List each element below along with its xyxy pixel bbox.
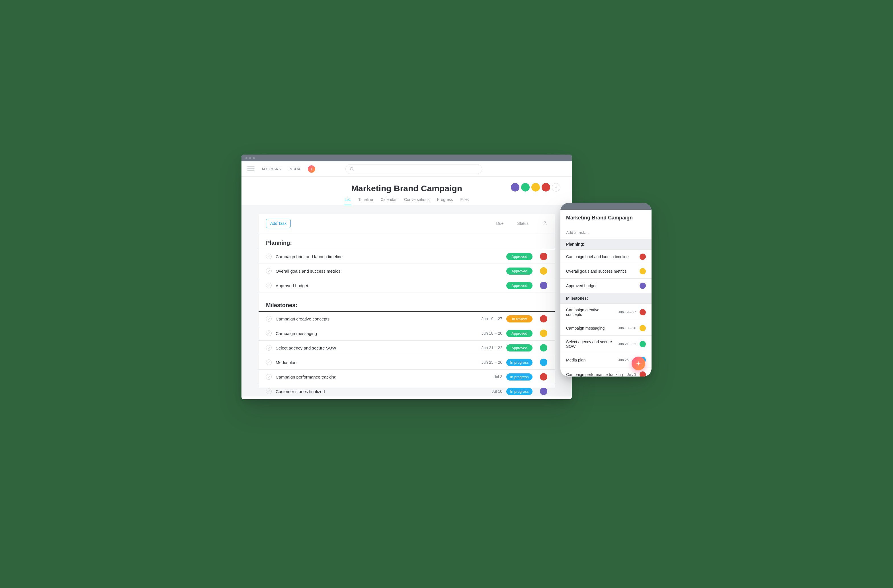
complete-checkbox[interactable] — [266, 330, 272, 336]
mobile-section-title: Milestones: — [561, 293, 651, 304]
complete-checkbox[interactable] — [266, 388, 272, 394]
mobile-task-row[interactable]: Select agency and secure SOWJun 21 – 22 — [561, 336, 651, 353]
mobile-assignee-avatar[interactable] — [640, 309, 646, 315]
tab-timeline[interactable]: Timeline — [358, 197, 374, 205]
task-row[interactable]: Approved budgetApproved — [259, 278, 555, 293]
mobile-assignee-avatar[interactable] — [640, 325, 646, 331]
assignee-avatar[interactable] — [540, 267, 547, 274]
person-icon — [542, 220, 547, 226]
task-row[interactable]: Customer stories finalizedJul 10In progr… — [259, 384, 555, 396]
add-task-button[interactable]: Add Task — [266, 219, 291, 228]
complete-checkbox[interactable] — [266, 374, 272, 380]
mobile-task-row[interactable]: Campaign brief and launch timeline — [561, 250, 651, 264]
task-list-card: Add Task Due Status Planning:Campaign br… — [259, 214, 555, 388]
tab-progress[interactable]: Progress — [436, 197, 453, 205]
task-status: Approved — [506, 344, 532, 351]
mobile-device: Marketing Brand Campaign Add a task… Pla… — [561, 203, 651, 376]
complete-checkbox[interactable] — [266, 283, 272, 288]
mobile-task-name: Select agency and secure SOW — [566, 339, 615, 349]
member-avatar[interactable] — [511, 183, 519, 192]
mobile-task-row[interactable]: Campaign messagingJun 18 – 20 — [561, 321, 651, 336]
mobile-task-due: Jun 19 – 27 — [618, 310, 636, 314]
col-assignee-icon — [542, 220, 547, 226]
task-row[interactable]: Overall goals and success metricsApprove… — [259, 264, 555, 278]
tab-list[interactable]: List — [344, 197, 352, 205]
col-due: Due — [496, 221, 504, 226]
mobile-add-task[interactable]: Add a task… — [561, 226, 651, 239]
task-row[interactable]: Campaign brief and launch timelineApprov… — [259, 249, 555, 264]
section-title: Planning: — [259, 233, 555, 249]
assignee-avatar[interactable] — [540, 282, 547, 289]
assignee-avatar[interactable] — [540, 330, 547, 337]
add-member-button[interactable] — [552, 183, 561, 192]
complete-checkbox[interactable] — [266, 254, 272, 259]
mobile-task-row[interactable]: Campaign creative conceptsJun 19 – 27 — [561, 304, 651, 321]
desktop-window: MY TASKS INBOX Marketing Brand Campaign … — [242, 154, 572, 399]
member-avatar[interactable] — [531, 183, 540, 192]
nav-inbox[interactable]: INBOX — [289, 167, 301, 171]
nav-my-tasks[interactable]: MY TASKS — [262, 167, 281, 171]
plus-icon — [310, 167, 313, 171]
window-chrome — [242, 154, 572, 161]
task-row[interactable]: Select agency and secure SOWJun 21 – 22A… — [259, 340, 555, 355]
mobile-assignee-avatar[interactable] — [640, 371, 646, 376]
task-name: Campaign messaging — [276, 331, 470, 336]
view-tabs: List Timeline Calendar Conversations Pro… — [253, 197, 561, 205]
assignee-avatar[interactable] — [540, 388, 547, 395]
mobile-task-name: Campaign creative concepts — [566, 308, 615, 317]
task-due: Jul 10 — [474, 389, 502, 394]
mobile-assignee-avatar[interactable] — [640, 254, 646, 260]
mobile-assignee-avatar[interactable] — [640, 341, 646, 347]
plus-icon — [555, 186, 558, 189]
member-avatar[interactable] — [521, 183, 530, 192]
complete-checkbox[interactable] — [266, 345, 272, 351]
tab-calendar[interactable]: Calendar — [380, 197, 397, 205]
assignee-avatar[interactable] — [540, 344, 547, 351]
task-status: Approved — [506, 282, 532, 289]
task-status: In progress — [506, 388, 532, 395]
complete-checkbox[interactable] — [266, 360, 272, 365]
menu-icon[interactable] — [247, 166, 254, 171]
member-avatars — [511, 183, 561, 192]
page-header: Marketing Brand Campaign List Timeline C… — [242, 177, 572, 205]
tab-files[interactable]: Files — [460, 197, 469, 205]
complete-checkbox[interactable] — [266, 268, 272, 274]
task-due: Jun 19 – 27 — [474, 316, 502, 321]
task-due: Jun 25 – 26 — [474, 360, 502, 364]
mobile-task-due: Jun 21 – 22 — [618, 342, 636, 346]
search-icon — [350, 167, 354, 171]
topbar: MY TASKS INBOX — [242, 161, 572, 177]
member-avatar[interactable] — [541, 183, 550, 192]
mobile-task-name: Approved budget — [566, 284, 633, 288]
assignee-avatar[interactable] — [540, 358, 547, 366]
task-due: Jul 3 — [474, 375, 502, 379]
mobile-add-button[interactable] — [631, 357, 645, 370]
mobile-task-name: Campaign performance tracking — [566, 372, 624, 376]
complete-checkbox[interactable] — [266, 316, 272, 322]
task-row[interactable]: Campaign performance trackingJul 3In pro… — [259, 370, 555, 384]
mobile-task-row[interactable]: Approved budget — [561, 279, 651, 293]
tab-conversations[interactable]: Conversations — [403, 197, 430, 205]
assignee-avatar[interactable] — [540, 373, 547, 381]
column-labels: Due Status — [496, 220, 547, 226]
svg-point-0 — [350, 167, 353, 170]
task-row[interactable]: Campaign messagingJun 18 – 20Approved — [259, 326, 555, 340]
window-dot — [249, 157, 251, 159]
svg-point-1 — [544, 221, 546, 223]
task-name: Customer stories finalized — [276, 389, 470, 394]
global-add-button[interactable] — [308, 165, 315, 173]
assignee-avatar[interactable] — [540, 253, 547, 260]
task-status: Approved — [506, 267, 532, 274]
list-header: Add Task Due Status — [259, 214, 555, 233]
mobile-task-row[interactable]: Overall goals and success metrics — [561, 264, 651, 279]
task-status: Approved — [506, 330, 532, 337]
task-status: Approved — [506, 253, 532, 260]
mobile-assignee-avatar[interactable] — [640, 283, 646, 289]
task-row[interactable]: Campaign creative conceptsJun 19 – 27In … — [259, 312, 555, 326]
mobile-task-due: July 3 — [627, 372, 636, 376]
section-title: Milestones: — [259, 296, 555, 312]
assignee-avatar[interactable] — [540, 315, 547, 322]
mobile-assignee-avatar[interactable] — [640, 268, 646, 274]
search-input[interactable] — [346, 164, 482, 174]
task-row[interactable]: Media planJun 25 – 26In progress — [259, 355, 555, 370]
